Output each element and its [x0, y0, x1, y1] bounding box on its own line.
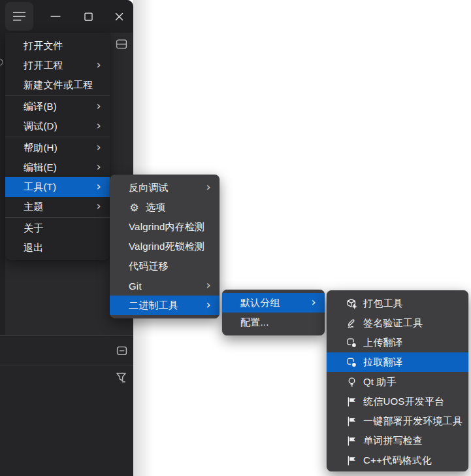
flag-icon — [346, 416, 357, 427]
menu-item-label: 打开工程 — [24, 60, 90, 72]
menu-item-uos-dev-platform[interactable]: 统信UOS开发平台 — [327, 392, 468, 411]
tools-submenu: 反向调试› ⚙ 选项 Valgrind内存检测 Valgrind死锁检测 代码迁… — [110, 175, 219, 318]
menu-item-binary-tools[interactable]: 二进制工具› — [110, 296, 219, 315]
flag-icon — [346, 455, 357, 466]
chevron-right-icon: › — [97, 141, 101, 153]
menu-item-label: 二进制工具 — [129, 299, 200, 312]
menu-item-upload-translation[interactable]: 上传翻译 — [327, 333, 468, 352]
collapse-panel-icon[interactable] — [116, 345, 127, 359]
menu-item-git[interactable]: Git› — [110, 276, 219, 296]
flag-icon — [346, 396, 357, 407]
menu-item-label: 编译(B) — [24, 101, 90, 113]
menu-item-tools[interactable]: 工具(T)› — [5, 177, 110, 197]
menu-item-label: 工具(T) — [24, 181, 90, 194]
menu-item-new-file-or-project[interactable]: 新建文件或工程 — [5, 75, 110, 95]
menu-item-label: 代码迁移 — [129, 260, 211, 273]
lower-panel — [0, 335, 133, 476]
gear-icon: ⚙ — [129, 202, 140, 213]
menu-item-signature-verify-tool[interactable]: 签名验证工具 — [327, 313, 468, 333]
menu-item-default-group[interactable]: 默认分组› — [222, 293, 325, 313]
menu-item-label: 打包工具 — [363, 298, 460, 310]
chevron-right-icon: › — [206, 279, 211, 291]
menu-item-label: 主题 — [24, 201, 90, 213]
main-menu: 打开文件 打开工程› 新建文件或工程 编译(B)› 调试(D)› 帮助(H)› … — [5, 33, 110, 260]
menu-item-about[interactable]: 关于 — [5, 218, 110, 238]
menu-item-label: C++代码格式化 — [363, 454, 460, 467]
menu-item-label: Git — [129, 280, 200, 292]
menu-item-label: 帮助(H) — [24, 142, 90, 154]
menu-item-package-tool[interactable]: 打包工具 — [327, 294, 468, 313]
sidebar-edge — [0, 33, 5, 335]
menu-item-build[interactable]: 编译(B)› — [5, 97, 110, 116]
chevron-right-icon: › — [97, 161, 101, 173]
binary-tools-submenu: 默认分组› 配置... — [222, 290, 325, 335]
menu-item-label: 编辑(E) — [24, 162, 90, 174]
menu-item-label: 打开文件 — [24, 40, 101, 52]
menu-separator — [5, 95, 110, 96]
default-group-submenu: 打包工具 签名验证工具 上传翻译 拉取翻译 Qt 助手 统信UOS开发平台 一键… — [327, 290, 468, 471]
menu-item-valgrind-deadlock[interactable]: Valgrind死锁检测 — [110, 237, 219, 256]
menu-item-spell-check[interactable]: 单词拼写检查 — [327, 431, 468, 450]
filter-icon[interactable] — [115, 371, 127, 386]
menu-item-code-migration[interactable]: 代码迁移 — [110, 256, 219, 276]
menu-item-options[interactable]: ⚙ 选项 — [110, 197, 219, 217]
translation-icon — [346, 337, 357, 348]
chevron-right-icon: › — [206, 299, 211, 311]
signature-pen-icon — [346, 318, 357, 329]
app-menu-button[interactable] — [5, 2, 33, 31]
chevron-right-icon: › — [312, 296, 316, 308]
minimize-icon — [50, 11, 61, 22]
titlebar — [0, 0, 133, 33]
menu-item-label: 配置... — [240, 316, 316, 329]
close-icon — [114, 12, 124, 22]
chevron-right-icon: › — [97, 59, 101, 71]
menu-item-label: 默认分组 — [240, 297, 305, 309]
menu-item-label: 签名验证工具 — [363, 317, 460, 330]
menu-item-reverse-debug[interactable]: 反向调试› — [110, 178, 219, 197]
menu-item-label: 拉取翻译 — [363, 356, 460, 369]
menu-item-label: Qt 助手 — [363, 376, 460, 388]
menu-item-one-click-deploy-env-tool[interactable]: 一键部署开发环境工具 — [327, 411, 468, 431]
menu-item-pull-translation[interactable]: 拉取翻译 — [327, 352, 468, 372]
maximize-icon — [84, 12, 93, 22]
chevron-right-icon: › — [97, 180, 101, 192]
menu-item-label: 统信UOS开发平台 — [363, 396, 460, 408]
menu-item-label: 关于 — [24, 222, 101, 235]
menu-item-label: 单词拼写检查 — [363, 435, 460, 447]
menu-item-cpp-code-format[interactable]: C++代码格式化 — [327, 450, 468, 470]
chevron-right-icon: › — [97, 200, 101, 212]
maximize-button[interactable] — [74, 2, 103, 31]
minimize-button[interactable] — [42, 2, 70, 31]
lightbulb-icon — [346, 377, 357, 388]
chevron-right-icon: › — [97, 100, 101, 112]
menu-item-label: 上传翻译 — [363, 337, 460, 349]
clipped-icon — [0, 58, 4, 69]
menu-item-qt-assistant[interactable]: Qt 助手 — [327, 372, 468, 392]
close-button[interactable] — [106, 2, 134, 31]
panel-divider — [0, 365, 133, 366]
menu-item-label: 反向调试 — [129, 182, 200, 194]
package-icon — [346, 298, 357, 309]
menu-item-exit[interactable]: 退出 — [5, 238, 110, 258]
chevron-right-icon: › — [206, 181, 211, 193]
menu-item-open-project[interactable]: 打开工程› — [5, 56, 110, 75]
menu-item-help[interactable]: 帮助(H)› — [5, 138, 110, 158]
menu-item-theme[interactable]: 主题› — [5, 197, 110, 216]
split-view-icon[interactable] — [116, 39, 127, 52]
menu-item-valgrind-memory[interactable]: Valgrind内存检测 — [110, 217, 219, 237]
hamburger-icon — [12, 11, 26, 22]
menu-item-open-file[interactable]: 打开文件 — [5, 36, 110, 56]
menu-separator — [5, 217, 110, 218]
menu-item-label: Valgrind内存检测 — [129, 221, 211, 233]
menu-item-debug[interactable]: 调试(D)› — [5, 116, 110, 136]
panel-divider — [0, 335, 133, 336]
menu-item-configure[interactable]: 配置... — [222, 313, 325, 332]
menu-item-label: 选项 — [146, 201, 211, 214]
menu-item-label: 新建文件或工程 — [24, 79, 101, 92]
menu-separator — [5, 137, 110, 137]
menu-item-edit[interactable]: 编辑(E)› — [5, 158, 110, 177]
flag-icon — [346, 435, 357, 447]
menu-item-label: 调试(D) — [24, 120, 90, 133]
menu-item-label: 一键部署开发环境工具 — [363, 415, 463, 428]
menu-item-label: 退出 — [24, 242, 101, 254]
